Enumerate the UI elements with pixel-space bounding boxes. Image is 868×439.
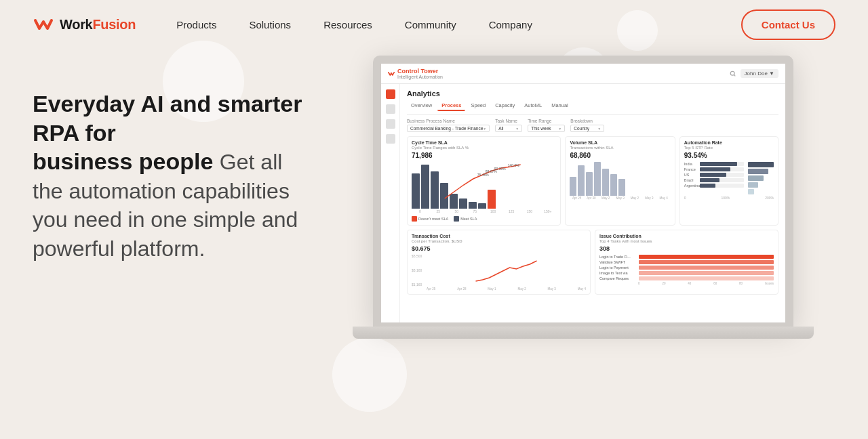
hero-section: Everyday AI and smarter RPA for business… (0, 49, 868, 339)
svg-point-0 (730, 71, 734, 75)
automation-rate-card: Automation Rate Top 5 STP Rate 93.54% In… (679, 136, 778, 226)
issue-row-4: Image to Text via (599, 271, 774, 275)
laptop-frame: Control Tower Intelligent Automation Joh… (373, 56, 807, 339)
dash-topbar-right: John Doe ▼ (730, 69, 778, 78)
chevron-down-icon-3: ▼ (558, 127, 561, 131)
svg-text:90.30%: 90.30% (494, 167, 507, 171)
chevron-down-icon-2: ▼ (515, 127, 519, 131)
nav-item-company[interactable]: Company (475, 14, 546, 36)
dash-brand-name: Control Tower (397, 68, 443, 75)
dash-logo-icon (388, 70, 395, 77)
issue-row-3: Login to Payment (599, 266, 774, 270)
filter-time-range-select[interactable]: This week ▼ (528, 125, 565, 132)
auto-bar-argentina: Argentina (684, 184, 744, 188)
analytics-title: Analytics (407, 89, 778, 98)
search-icon[interactable] (730, 70, 736, 77)
nav-item-products[interactable]: Products (163, 14, 230, 36)
vol-bar-7 (618, 179, 625, 196)
svg-text:140.0%: 140.0% (508, 163, 520, 167)
tab-capacity[interactable]: Capacity (491, 101, 519, 111)
dashboard: Control Tower Intelligent Automation Joh… (381, 64, 785, 322)
auto-bar-brazil: Brazil (684, 178, 744, 182)
cycle-time-card: Cycle Time SLA Cycle Time Ranges with SL… (407, 136, 561, 226)
dash-tabs: Overview Process Speed Capacity AutoML M… (407, 101, 778, 114)
dash-brand: Control Tower Intelligent Automation (388, 68, 443, 79)
dash-main: Analytics Overview Process Speed Capacit… (400, 84, 785, 322)
volume-sla-card: Volume SLA Transactions within SLA 68,86… (565, 136, 675, 226)
filter-breakdown: Breakdown Country ▼ (570, 119, 604, 132)
dashboard-mockup: Control Tower Intelligent Automation Joh… (344, 56, 835, 339)
dash-sidebar (381, 84, 400, 322)
contact-us-button[interactable]: Contact Us (741, 9, 835, 40)
legend-dot-doesnt-meet (412, 216, 417, 222)
issue-row-5: Compare Reques (599, 276, 774, 280)
hero-title-bold2: business people (33, 148, 213, 174)
chevron-down-icon-4: ▼ (597, 127, 601, 131)
sidebar-icon-3[interactable] (386, 119, 395, 129)
cycle-time-line: 75.46% 88.07% 90.30% 140.0% (412, 161, 556, 201)
filter-business-process: Business Process Name Commercial Banking… (407, 119, 490, 132)
nav-links: Products Solutions Resources Community C… (163, 14, 741, 36)
hero-title-bold: Everyday AI and smarter RPA for (33, 91, 302, 146)
hero-text: Everyday AI and smarter RPA for business… (33, 62, 317, 262)
vol-bar-6 (610, 174, 617, 196)
workfusion-logo-icon (33, 15, 54, 34)
vol-bar-4 (594, 162, 601, 196)
logo[interactable]: WorkFusion (33, 15, 136, 34)
tab-speed[interactable]: Speed (467, 101, 490, 111)
tab-overview[interactable]: Overview (407, 101, 436, 111)
dash-topbar: Control Tower Intelligent Automation Joh… (381, 64, 785, 84)
dash-user[interactable]: John Doe ▼ (741, 69, 778, 78)
vol-bar-5 (602, 169, 609, 196)
filter-breakdown-select[interactable]: Country ▼ (570, 125, 604, 132)
issue-contribution-card: Issue Contribution Top 4 Tasks with most… (595, 230, 778, 295)
filter-business-process-select[interactable]: Commercial Banking - Trade Finance ▼ (407, 125, 490, 132)
hero-title: Everyday AI and smarter RPA for business… (33, 89, 317, 262)
transaction-cost-card: Transaction Cost Cost per Transaction, $… (407, 230, 591, 295)
issue-row-1: Login to Trade Fi... (599, 255, 774, 259)
logo-text: WorkFusion (60, 17, 136, 33)
vol-bar-3 (586, 172, 593, 196)
issue-row-2: Validate SWIFT (599, 260, 774, 264)
dash-filters: Business Process Name Commercial Banking… (407, 119, 778, 132)
decorative-circle-4 (332, 337, 407, 412)
svg-line-1 (734, 75, 735, 76)
nav-item-resources[interactable]: Resources (310, 14, 386, 36)
auto-bar-us: US (684, 173, 744, 177)
chevron-down-icon: ▼ (483, 127, 486, 131)
auto-bar-india: India (684, 162, 744, 166)
tab-automl[interactable]: AutoML (520, 101, 546, 111)
filter-task-name: Task Name All ▼ (495, 119, 522, 132)
dash-body: Analytics Overview Process Speed Capacit… (381, 84, 785, 322)
filter-task-name-select[interactable]: All ▼ (495, 125, 522, 132)
cycle-time-legend: Doesn't meet SLA Meet SLA (412, 216, 556, 222)
vol-bar-1 (570, 177, 576, 196)
laptop-screen: Control Tower Intelligent Automation Joh… (373, 56, 793, 327)
chart-bar-8 (478, 203, 486, 209)
legend-dot-meets (454, 216, 459, 222)
vol-bar-2 (578, 165, 585, 196)
sidebar-icon-1[interactable] (386, 89, 395, 99)
navbar: WorkFusion Products Solutions Resources … (0, 0, 868, 49)
sidebar-icon-4[interactable] (386, 134, 395, 144)
dash-brand-sub: Intelligent Automation (397, 75, 443, 79)
nav-item-community[interactable]: Community (391, 14, 470, 36)
automation-mini-bars (748, 162, 774, 194)
laptop-base (353, 327, 814, 339)
sidebar-icon-2[interactable] (386, 104, 395, 114)
transaction-cost-line (427, 254, 586, 287)
auto-bar-france: France (684, 167, 744, 171)
tab-process[interactable]: Process (437, 101, 465, 111)
chart-bar-7 (469, 202, 477, 209)
tab-manual[interactable]: Manual (547, 101, 572, 111)
filter-time-range: Time Range This week ▼ (528, 119, 565, 132)
nav-item-solutions[interactable]: Solutions (235, 14, 304, 36)
